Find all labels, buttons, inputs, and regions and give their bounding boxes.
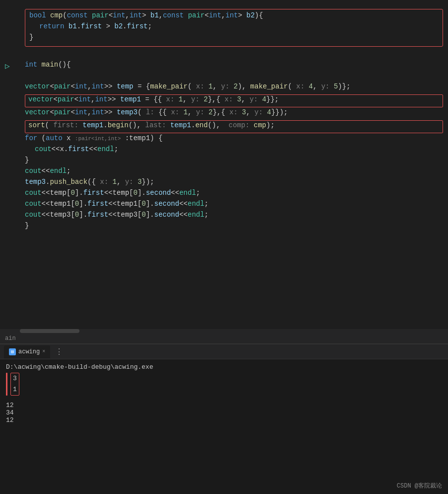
output-line-1: 1 [13,384,17,395]
horizontal-scrollbar[interactable] [0,329,448,333]
terminal-plain-output: 12 34 12 [6,402,442,424]
code-line-main: ▷ int main(){ [0,61,448,72]
output-line-34: 34 [6,409,442,416]
sort-box: sort( first: temp1.begin(), last: temp1.… [25,120,443,133]
output-line-12a: 12 [6,402,442,409]
code-line-cout-endl: cout<<endl; [0,167,448,178]
terminal-tab-icon: ▤ [9,348,16,355]
terminal-content: D:\acwing\cmake-build-debug\acwing.exe 3… [0,359,448,494]
code-line-vector-temp3: vector<pair<int,int>> temp3( l: {{ x: 1,… [0,108,448,119]
terminal-tab-label: acwing [18,348,40,355]
code-line-cout-temp0: cout<<temp[0].first<<temp[0].second<<end… [0,189,448,200]
terminal-tab-close[interactable]: × [42,349,45,354]
terminal-path: D:\acwing\cmake-build-debug\acwing.exe [6,363,442,371]
breadcrumb-bar: ain [0,333,448,344]
code-line-1: bool cmp(const pair<int,int> b1,const pa… [29,11,439,22]
terminal-boxed-output: 3 1 [6,373,442,396]
vector-temp1-box: vector<pair<int,int>> temp1 = {{ x: 1, y… [25,94,443,107]
output-line-3: 3 [13,373,17,384]
function-cmp-box: bool cmp(const pair<int,int> b1,const pa… [25,9,443,47]
code-line-for-close: } [0,156,448,167]
code-line-sort: sort( first: temp1.begin(), last: temp1.… [28,121,440,132]
code-line-vector-temp1: vector<pair<int,int>> temp1 = {{ x: 1, y… [28,95,440,106]
code-line-2: return b1.first > b2.first; [29,22,439,33]
code-line-main-close: } [0,222,448,233]
keyword-bool: bool [29,11,50,19]
code-line-vector-temp: vector<pair<int,int>> temp = {make_pair(… [0,82,448,93]
code-line-cout-temp30: cout<<temp3[0].first<<temp3[0].second<<e… [0,211,448,222]
code-line-cout-temp10: cout<<temp1[0].first<<temp1[0].second<<e… [0,200,448,211]
terminal-tabs: ▤ acwing × ⋮ [0,344,448,359]
code-editor: bool cmp(const pair<int,int> b1,const pa… [0,0,448,333]
run-indicator[interactable]: ▷ [5,61,10,71]
code-line-blank1 [0,50,448,61]
csdn-watermark: CSDN @客院裁论 [397,482,442,490]
terminal-tab-acwing[interactable]: ▤ acwing × [4,345,50,358]
code-line-pushback: temp3.push_back({ x: 1, y: 3}); [0,178,448,189]
editor-content: bool cmp(const pair<int,int> b1,const pa… [0,0,448,238]
code-line-3: } [29,33,439,44]
fn-cmp: cmp [50,11,63,19]
output-box: 3 1 [10,373,19,396]
terminal-menu-dots[interactable]: ⋮ [52,346,66,358]
breadcrumb-text: ain [5,335,16,342]
code-line-cout-first: cout<<x.first<<endl; [0,145,448,156]
scrollbar-thumb[interactable] [20,329,79,333]
output-line-12b: 12 [6,416,442,424]
terminal-area: ▤ acwing × ⋮ D:\acwing\cmake-build-debug… [0,344,448,494]
code-line-blank2 [0,72,448,82]
output-left-border [6,373,7,396]
code-line-for: for (auto x :pair<int,int> :temp1) { [0,134,448,145]
